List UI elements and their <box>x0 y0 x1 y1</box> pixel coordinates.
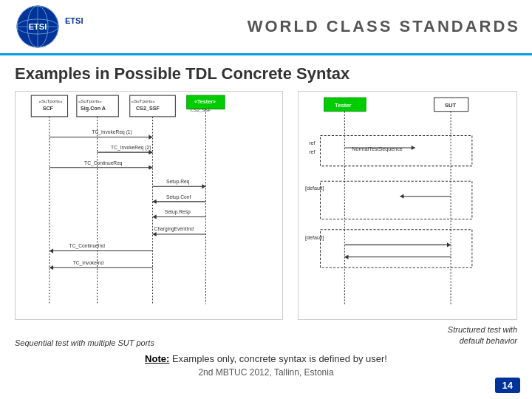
left-caption: Sequential test with multiple SUT ports <box>15 338 154 347</box>
left-diagram-svg: «SuTports» SCF «SuTports» Sig.Con A «SuT… <box>16 92 282 319</box>
svg-text:ref: ref <box>309 149 315 155</box>
svg-marker-43 <box>153 232 157 236</box>
svg-text:TC_InvokeReq (2): TC_InvokeReq (2) <box>111 145 151 151</box>
svg-text:«SuTports»: «SuTports» <box>78 98 102 103</box>
svg-text:«SuTports»: «SuTports» <box>132 98 155 103</box>
svg-text:TC_InvokeReq (1): TC_InvokeReq (1) <box>92 129 132 135</box>
note-section: Note: Examples only, concrete syntax is … <box>15 353 517 378</box>
svg-text:NormalTestSequence: NormalTestSequence <box>352 146 403 152</box>
svg-text:TC_InvokeInd: TC_InvokeInd <box>73 260 104 266</box>
svg-text:Setup.Req: Setup.Req <box>166 179 190 185</box>
svg-marker-28 <box>149 150 152 154</box>
svg-marker-40 <box>153 214 157 219</box>
diagrams-container: «SuTports» SCF «SuTports» Sig.Con A «SuT… <box>15 91 517 320</box>
svg-rect-68 <box>320 230 471 267</box>
svg-text:Sig.Con A: Sig.Con A <box>81 106 106 112</box>
svg-marker-49 <box>50 265 53 270</box>
svg-text:Setup.Resp: Setup.Resp <box>165 209 191 215</box>
right-caption: Structured test with default behavior <box>448 324 517 347</box>
etsi-logo: ETSI ETSI <box>12 4 108 49</box>
svg-text:[default]: [default] <box>305 235 324 241</box>
note-body: Examples only, concrete syntax is define… <box>172 353 387 364</box>
svg-text:[default]: [default] <box>305 185 324 191</box>
header: ETSI ETSI World Class Standards <box>0 0 532 55</box>
svg-text:SUT: SUT <box>445 102 457 109</box>
svg-marker-31 <box>149 166 152 170</box>
svg-text:Tester: Tester <box>335 102 352 109</box>
etsi-logo-svg: ETSI ETSI <box>12 4 108 49</box>
svg-text:ETSI: ETSI <box>65 16 83 25</box>
right-diagram: Tester SUT ref ref NormalTestSequence <box>298 91 517 320</box>
left-diagram: «SuTports» SCF «SuTports» Sig.Con A «SuT… <box>15 91 283 320</box>
world-class-standards-text: World Class Standards <box>248 17 520 36</box>
page-number: 14 <box>495 378 520 393</box>
svg-marker-72 <box>344 255 348 259</box>
svg-marker-62 <box>412 146 415 150</box>
svg-text:TC_ContinueReq: TC_ContinueReq <box>84 160 123 166</box>
note-text: Note: Examples only, concrete syntax is … <box>15 353 517 364</box>
svg-text:ref: ref <box>309 140 315 146</box>
svg-text:«Tester»: «Tester» <box>194 99 216 105</box>
svg-text:TC_ContinueInd: TC_ContinueInd <box>69 243 106 249</box>
svg-marker-70 <box>447 242 451 247</box>
svg-text:ChargingEventInd: ChargingEventInd <box>154 226 194 232</box>
svg-rect-64 <box>320 181 471 219</box>
svg-marker-37 <box>153 200 157 204</box>
conference-text: 2nd MBTUC 2012, Tallinn, Estonia <box>15 367 517 378</box>
page-title: Examples in Possible TDL Concrete Syntax <box>15 64 517 83</box>
right-diagram-svg: Tester SUT ref ref NormalTestSequence <box>299 92 516 319</box>
svg-text:Setup.Conf: Setup.Conf <box>166 194 191 200</box>
svg-text:CS2_SSF: CS2_SSF <box>191 107 211 112</box>
main-content: Examples in Possible TDL Concrete Syntax… <box>0 55 532 399</box>
svg-text:«SuTports»: «SuTports» <box>39 98 63 103</box>
svg-text:CS2_SSF: CS2_SSF <box>136 106 160 112</box>
svg-marker-25 <box>149 135 152 140</box>
svg-marker-66 <box>400 194 403 199</box>
svg-text:SCF: SCF <box>43 106 54 112</box>
captions: Sequential test with multiple SUT ports … <box>15 324 517 347</box>
svg-marker-34 <box>202 184 205 188</box>
svg-text:ETSI: ETSI <box>29 22 47 31</box>
svg-marker-46 <box>50 249 53 253</box>
